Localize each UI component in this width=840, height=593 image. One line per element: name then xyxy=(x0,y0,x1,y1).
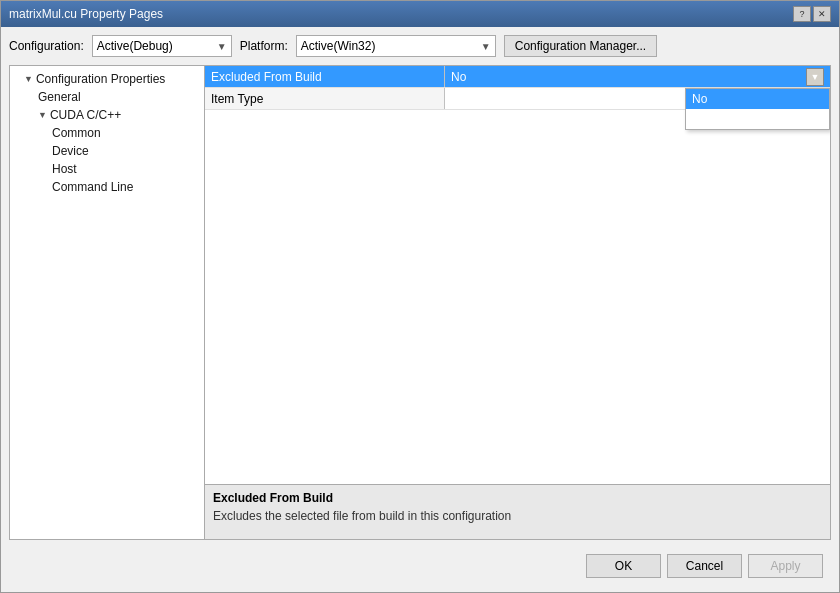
main-panel: ▼ Configuration Properties General ▼ CUD… xyxy=(9,65,831,540)
ok-button[interactable]: OK xyxy=(586,554,661,578)
title-bar-buttons: ? ✕ xyxy=(793,6,831,22)
dropdown-option-yes[interactable]: Yes xyxy=(686,109,829,129)
close-button[interactable]: ✕ xyxy=(813,6,831,22)
tree-item-host[interactable]: Host xyxy=(10,160,204,178)
property-grid: Excluded From Build No ▼ No Yes xyxy=(205,66,830,484)
tree-item-device[interactable]: Device xyxy=(10,142,204,160)
apply-button[interactable]: Apply xyxy=(748,554,823,578)
config-manager-button[interactable]: Configuration Manager... xyxy=(504,35,657,57)
description-text: Excludes the selected file from build in… xyxy=(213,509,822,523)
config-label: Configuration: xyxy=(9,39,84,53)
tree-item-common[interactable]: Common xyxy=(10,124,204,142)
left-panel: ▼ Configuration Properties General ▼ CUD… xyxy=(10,66,205,539)
value-dropdown-button[interactable]: ▼ xyxy=(806,68,824,86)
tree-item-cuda-cpp[interactable]: ▼ CUDA C/C++ xyxy=(10,106,204,124)
right-panel: Excluded From Build No ▼ No Yes xyxy=(205,66,830,539)
config-dropdown-arrow: ▼ xyxy=(217,41,227,52)
prop-value-excluded[interactable]: No ▼ No Yes xyxy=(445,66,830,87)
tree-item-config-properties[interactable]: ▼ Configuration Properties xyxy=(10,70,204,88)
title-bar: matrixMul.cu Property Pages ? ✕ xyxy=(1,1,839,27)
value-dropdown-container: No ▼ xyxy=(451,68,824,86)
cuda-expand-icon: ▼ xyxy=(38,110,47,120)
expand-icon: ▼ xyxy=(24,74,33,84)
config-value: Active(Debug) xyxy=(97,39,173,53)
tree-item-command-line[interactable]: Command Line xyxy=(10,178,204,196)
config-dropdown[interactable]: Active(Debug) ▼ xyxy=(92,35,232,57)
prop-name-excluded: Excluded From Build xyxy=(205,66,445,87)
tree-item-general[interactable]: General xyxy=(10,88,204,106)
platform-dropdown[interactable]: Active(Win32) ▼ xyxy=(296,35,496,57)
property-row-excluded[interactable]: Excluded From Build No ▼ No Yes xyxy=(205,66,830,88)
property-pages-window: matrixMul.cu Property Pages ? ✕ Configur… xyxy=(0,0,840,593)
platform-label: Platform: xyxy=(240,39,288,53)
top-bar: Configuration: Active(Debug) ▼ Platform:… xyxy=(9,35,831,57)
prop-name-itemtype: Item Type xyxy=(205,88,445,109)
button-bar: OK Cancel Apply xyxy=(9,548,831,584)
dropdown-overlay: No Yes xyxy=(685,88,830,130)
cancel-button[interactable]: Cancel xyxy=(667,554,742,578)
description-panel: Excluded From Build Excludes the selecte… xyxy=(205,484,830,539)
window-title: matrixMul.cu Property Pages xyxy=(9,7,163,21)
platform-value: Active(Win32) xyxy=(301,39,376,53)
description-title: Excluded From Build xyxy=(213,491,822,505)
dropdown-option-no[interactable]: No xyxy=(686,89,829,109)
platform-dropdown-arrow: ▼ xyxy=(481,41,491,52)
help-button[interactable]: ? xyxy=(793,6,811,22)
content-area: Configuration: Active(Debug) ▼ Platform:… xyxy=(1,27,839,592)
